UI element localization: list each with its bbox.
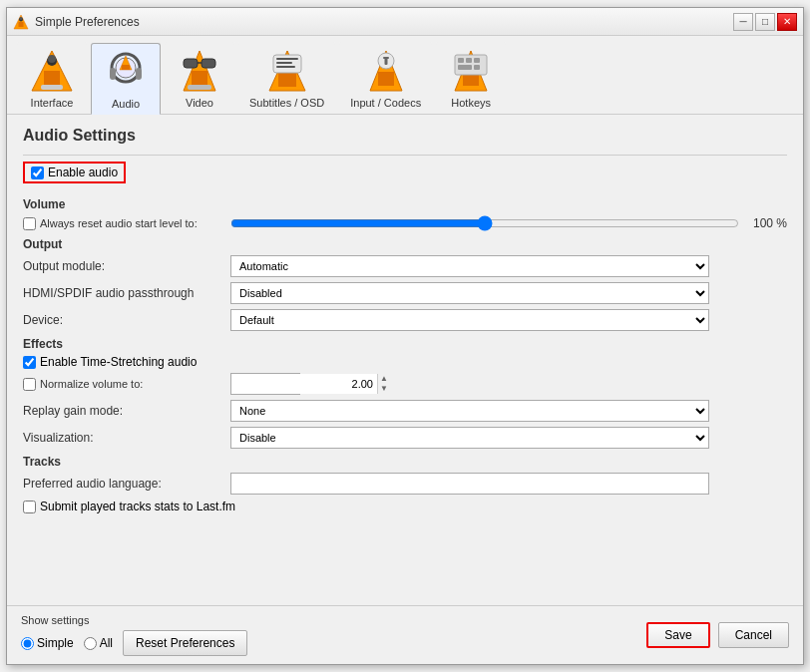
simple-radio-label: Simple <box>37 636 74 650</box>
minimize-button[interactable]: ─ <box>733 13 753 31</box>
always-reset-row: Always reset audio start level to: 100 % <box>23 215 787 231</box>
svg-rect-14 <box>122 65 130 70</box>
all-radio-label: All <box>100 636 113 650</box>
vlc-title-icon <box>13 14 29 30</box>
svg-rect-18 <box>184 59 198 68</box>
normalize-spinner: ▲ ▼ <box>230 373 300 395</box>
replay-gain-select[interactable]: None <box>230 400 709 422</box>
device-select[interactable]: Default <box>230 309 709 331</box>
svg-rect-28 <box>378 72 394 86</box>
input-tab-icon <box>362 47 410 95</box>
replay-gain-label: Replay gain mode: <box>23 404 222 418</box>
svg-rect-5 <box>44 71 60 87</box>
volume-slider[interactable] <box>230 215 739 231</box>
svg-rect-35 <box>458 58 464 63</box>
tab-input[interactable]: Input / Codecs <box>339 42 432 114</box>
footer: Show settings Simple All Reset Preferenc… <box>7 605 803 664</box>
all-radio[interactable] <box>84 637 97 650</box>
submit-tracks-label: Submit played tracks stats to Last.fm <box>40 500 235 513</box>
svg-rect-1 <box>19 22 24 27</box>
preferred-lang-label: Preferred audio language: <box>23 477 222 491</box>
enable-audio-box: Enable audio <box>23 162 126 183</box>
interface-tab-icon <box>28 47 76 95</box>
restore-button[interactable]: □ <box>755 13 775 31</box>
all-radio-item[interactable]: All <box>84 636 113 650</box>
radio-group: Simple All Reset Preferences <box>21 630 247 656</box>
enable-audio-label: Enable audio <box>48 166 118 179</box>
spinner-down[interactable]: ▼ <box>378 384 390 394</box>
svg-rect-22 <box>278 72 296 87</box>
simple-radio[interactable] <box>21 637 34 650</box>
normalize-label: Normalize volume to: <box>40 378 143 390</box>
tab-interface[interactable]: Interface <box>17 42 87 114</box>
svg-rect-16 <box>192 71 207 87</box>
svg-rect-24 <box>276 58 298 60</box>
subtitles-tab-icon <box>263 47 311 95</box>
hotkeys-tab-icon <box>447 47 495 95</box>
show-settings-label: Show settings <box>21 614 247 626</box>
close-button[interactable]: ✕ <box>777 13 797 31</box>
enable-audio-checkbox[interactable] <box>31 167 44 179</box>
normalize-row: Normalize volume to: ▲ ▼ <box>23 373 787 395</box>
tracks-group-label: Tracks <box>23 455 787 469</box>
tab-subtitles[interactable]: Subtitles / OSD <box>238 42 335 114</box>
tab-video[interactable]: Video <box>165 42 234 114</box>
tab-interface-label: Interface <box>31 97 74 109</box>
output-module-row: Output module: Automatic <box>23 255 787 277</box>
volume-group-label: Volume <box>23 197 787 211</box>
svg-rect-19 <box>202 59 215 68</box>
footer-left: Show settings Simple All Reset Preferenc… <box>21 614 247 656</box>
audio-tab-icon <box>102 48 150 96</box>
reset-preferences-button[interactable]: Reset Preferences <box>123 630 247 656</box>
simple-radio-item[interactable]: Simple <box>21 636 74 650</box>
volume-slider-container: 100 % <box>230 215 787 231</box>
video-tab-icon <box>176 47 223 95</box>
tab-audio-label: Audio <box>112 98 140 110</box>
always-reset-checkbox[interactable] <box>23 217 36 230</box>
tab-hotkeys-label: Hotkeys <box>451 97 491 109</box>
svg-rect-8 <box>48 55 56 63</box>
hdmi-select[interactable]: Disabled <box>230 282 709 304</box>
svg-rect-17 <box>188 85 211 90</box>
tab-audio[interactable]: Audio <box>91 43 161 115</box>
title-bar-controls: ─ □ ✕ <box>733 13 797 31</box>
main-window: Simple Preferences ─ □ ✕ Interface <box>6 7 804 665</box>
title-divider <box>23 155 787 156</box>
visualization-label: Visualization: <box>23 431 222 445</box>
tab-input-label: Input / Codecs <box>350 97 421 109</box>
nav-tabs: Interface Audio <box>7 36 803 115</box>
output-module-select[interactable]: Automatic <box>230 255 709 277</box>
time-stretch-checkbox[interactable] <box>23 356 36 369</box>
submit-tracks-checkbox[interactable] <box>23 501 36 513</box>
spinner-up[interactable]: ▲ <box>378 374 390 384</box>
effects-group-label: Effects <box>23 337 787 351</box>
hdmi-row: HDMI/SPDIF audio passthrough Disabled <box>23 282 787 304</box>
replay-gain-row: Replay gain mode: None <box>23 400 787 422</box>
normalize-checkbox[interactable] <box>23 378 36 391</box>
tab-video-label: Video <box>186 97 213 109</box>
visualization-select[interactable]: Disable <box>230 427 709 449</box>
normalize-value-input[interactable] <box>231 374 377 394</box>
time-stretch-label: Enable Time-Stretching audio <box>40 355 197 369</box>
svg-rect-6 <box>41 85 63 90</box>
visualization-row: Visualization: Disable <box>23 427 787 449</box>
window-title: Simple Preferences <box>35 15 140 29</box>
save-button[interactable]: Save <box>646 622 709 648</box>
spinner-arrows: ▲ ▼ <box>377 374 390 394</box>
device-row: Device: Default <box>23 309 787 331</box>
svg-rect-25 <box>276 62 292 64</box>
tab-hotkeys[interactable]: Hotkeys <box>436 42 506 114</box>
submit-tracks-row: Submit played tracks stats to Last.fm <box>23 500 787 513</box>
preferred-lang-input[interactable] <box>230 473 709 495</box>
hdmi-label: HDMI/SPDIF audio passthrough <box>23 286 222 300</box>
footer-right: Save Cancel <box>646 622 789 648</box>
device-label: Device: <box>23 313 222 327</box>
preferred-lang-row: Preferred audio language: <box>23 473 787 495</box>
title-bar-left: Simple Preferences <box>13 14 140 30</box>
svg-rect-31 <box>384 57 387 65</box>
output-module-label: Output module: <box>23 259 222 273</box>
volume-value: 100 % <box>747 216 787 230</box>
title-bar: Simple Preferences ─ □ ✕ <box>7 8 803 36</box>
svg-rect-3 <box>20 17 23 20</box>
cancel-button[interactable]: Cancel <box>718 622 789 648</box>
